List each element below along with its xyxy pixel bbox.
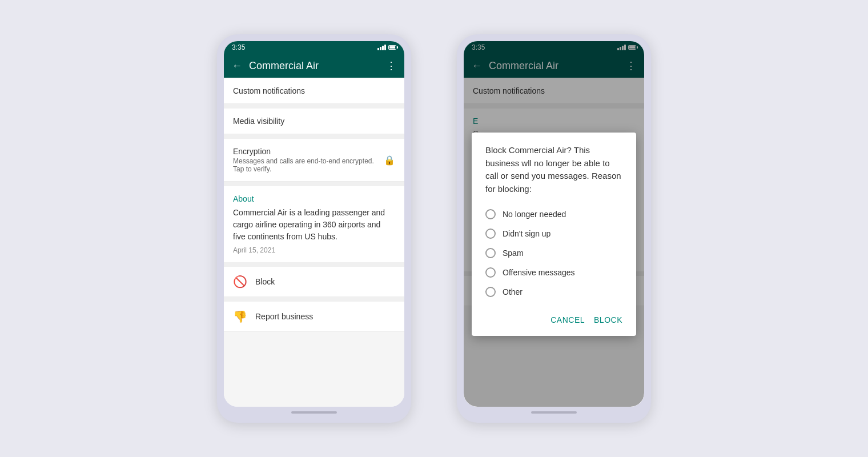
about-date: April 15, 2021: [224, 246, 404, 262]
divider-1: [224, 104, 404, 109]
list-item-media-visibility[interactable]: Media visibility: [224, 109, 404, 134]
phone-2-screen: 3:35 ← Commercial Air ⋮ Custom: [464, 41, 644, 407]
dialog-actions: CANCEL BLOCK: [485, 308, 622, 327]
back-button-1[interactable]: ←: [232, 60, 242, 72]
home-bar-1: [291, 411, 337, 414]
more-menu-1[interactable]: ⋮: [386, 59, 396, 72]
app-bar-1: ← Commercial Air ⋮: [224, 54, 404, 78]
block-icon: 🚫: [233, 275, 247, 288]
radio-didnt-sign-up[interactable]: [485, 228, 496, 239]
cancel-button[interactable]: CANCEL: [550, 313, 585, 327]
list-item-custom-notifications[interactable]: Custom notifications: [224, 78, 404, 104]
option-label-offensive: Offensive messages: [503, 268, 575, 277]
option-no-longer-needed[interactable]: No longer needed: [485, 205, 622, 224]
block-button[interactable]: BLOCK: [594, 313, 622, 327]
signal-icon-1: [377, 45, 386, 50]
about-section: About Commercial Air is a leading passen…: [224, 186, 404, 262]
option-offensive[interactable]: Offensive messages: [485, 263, 622, 282]
option-label-didnt-sign-up: Didn't sign up: [503, 229, 550, 238]
option-label-other: Other: [503, 287, 523, 296]
report-icon: 👎: [233, 310, 247, 323]
radio-other[interactable]: [485, 287, 496, 297]
phone-1-screen: 3:35 ← Commercial Air ⋮ Custom: [224, 41, 404, 407]
list-item-encryption[interactable]: Encryption Messages and calls are end-to…: [224, 139, 404, 182]
option-other[interactable]: Other: [485, 282, 622, 302]
option-didnt-sign-up[interactable]: Didn't sign up: [485, 224, 622, 243]
phone-2: 3:35 ← Commercial Air ⋮ Custom: [457, 34, 651, 423]
time-1: 3:35: [232, 43, 245, 51]
block-item[interactable]: 🚫 Block: [224, 267, 404, 297]
encryption-row: Encryption Messages and calls are end-to…: [233, 147, 395, 173]
radio-offensive[interactable]: [485, 267, 496, 278]
about-text: Commercial Air is a leading passenger an…: [224, 207, 404, 246]
option-label-spam: Spam: [503, 248, 524, 258]
status-icons-1: [377, 45, 396, 50]
app-title-1: Commercial Air: [249, 60, 379, 72]
dialog-title: Block Commercial Air? This business wll …: [485, 144, 622, 195]
divider-5: [224, 297, 404, 302]
divider-4: [224, 262, 404, 267]
option-label-no-longer-needed: No longer needed: [503, 210, 566, 219]
phone-1: 3:35 ← Commercial Air ⋮ Custom: [217, 34, 411, 423]
status-bar-1: 3:35: [224, 41, 404, 54]
radio-spam[interactable]: [485, 248, 496, 258]
home-bar-2: [531, 411, 577, 414]
about-label: About: [224, 186, 404, 207]
battery-icon-1: [388, 45, 396, 50]
content-1: Custom notifications Media visibility En…: [224, 78, 404, 407]
option-spam[interactable]: Spam: [485, 243, 622, 263]
divider-3: [224, 182, 404, 186]
block-dialog: Block Commercial Air? This business wll …: [472, 133, 636, 336]
radio-no-longer-needed[interactable]: [485, 209, 496, 219]
report-business-item[interactable]: 👎 Report business: [224, 302, 404, 332]
lock-icon: 🔒: [384, 155, 395, 166]
divider-2: [224, 134, 404, 139]
